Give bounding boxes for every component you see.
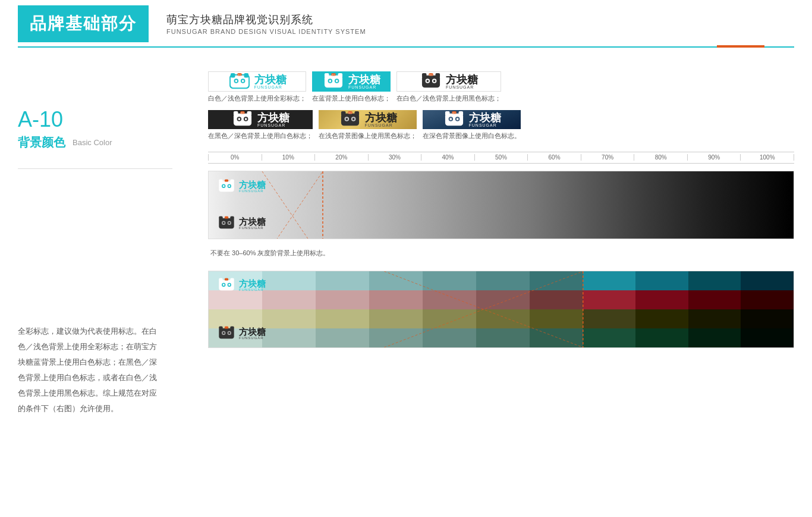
logo-white-on-scenic: 萌宝 方块糖 FUNSUGAR	[443, 110, 501, 129]
logo-card-2: 萌宝 方块糖 FUNSUGAR	[312, 71, 391, 92]
scale-90: 90%	[687, 154, 741, 161]
logo-black: 萌宝 方块糖 FUNSUGAR	[420, 72, 478, 91]
logo-cn-scenic: 方块糖	[469, 112, 501, 123]
scale-80: 80%	[634, 154, 687, 161]
svg-point-43	[352, 118, 354, 121]
img-caption-3: 在深色背景图像上使用白色标志。	[423, 131, 521, 140]
bottom-cards-row: 萌宝 方块糖 FUNSUGAR 在黑色／深色背景上使用白色标志；	[208, 110, 794, 140]
logo-icon-svg-yellow: 萌宝	[339, 110, 361, 129]
chart-logo-text-top: 方块糖 FUNSUGAR	[239, 180, 266, 193]
svg-point-24	[426, 80, 429, 82]
right-row-1	[583, 271, 794, 290]
svg-point-33	[238, 118, 240, 121]
img-card-1: 萌宝 方块糖 FUNSUGAR	[208, 110, 313, 129]
color-grid-logo-top: 方块糖 FUNSUGAR	[217, 277, 266, 293]
svg-rect-12	[338, 73, 343, 78]
svg-point-61	[228, 185, 230, 187]
svg-rect-30	[247, 111, 252, 116]
scale-40: 40%	[421, 154, 474, 161]
description: 全彩标志，建议做为代表使用标志。在白色／浅色背景上使用全彩标志；在萌宝方块糖蓝背…	[18, 324, 160, 416]
logo-cn-white: 方块糖	[348, 74, 380, 85]
svg-rect-84	[230, 326, 234, 330]
svg-point-68	[223, 222, 225, 224]
img-card-yellow: 萌宝 方块糖 FUNSUGAR 在浅色背景图像上使用黑色标志；	[319, 110, 417, 140]
card-white-black: 萌宝 方块糖 FUNSUGAR 在白色／浅色背景上使用黑色标志；	[396, 71, 501, 103]
right-row-4	[583, 328, 794, 347]
color-grid-text-bottom: 方块糖 FUNSUGAR	[239, 327, 266, 340]
logo-icon-svg-2: 萌宝	[322, 72, 345, 91]
svg-rect-11	[325, 73, 329, 78]
scale-20: 20%	[314, 154, 368, 161]
brand-title: 品牌基础部分	[30, 12, 137, 35]
logo-card-1: 萌宝 方块糖 FUNSUGAR	[208, 71, 306, 92]
logo-text-white: 方块糖 FUNSUGAR	[348, 74, 380, 89]
svg-rect-57	[230, 179, 234, 183]
logo-text-white-scenic: 方块糖 FUNSUGAR	[469, 112, 501, 127]
scale-row: 0% 10% 20% 30% 40% 50% 60% 70% 80% 90% 1…	[208, 152, 794, 164]
chart-icon-bottom	[217, 215, 236, 231]
chart-logo-text-bottom: 方块糖 FUNSUGAR	[239, 217, 266, 230]
svg-rect-89	[225, 326, 228, 328]
logo-white-on-dark: 萌宝 方块糖 FUNSUGAR	[231, 110, 289, 129]
svg-rect-62	[225, 179, 228, 181]
top-cards-row: 萌宝 方块糖 FUNSUGAR 白色／浅色背景上使用全彩标志；	[208, 71, 794, 103]
svg-rect-56	[219, 179, 222, 183]
page-title-cn: 背景颜色	[18, 134, 65, 151]
color-grid-text-top: 方块糖 FUNSUGAR	[239, 279, 266, 292]
card-blue-white: 萌宝 方块糖 FUNSUGAR 在蓝背景上使用白色标志；	[312, 71, 391, 103]
logo-icon-svg: 萌宝	[228, 72, 251, 91]
card-caption-1: 白色／浅色背景上使用全彩标志；	[208, 94, 306, 103]
svg-rect-75	[219, 278, 222, 281]
svg-point-87	[223, 332, 225, 334]
svg-rect-3	[244, 73, 248, 78]
svg-rect-76	[230, 278, 234, 281]
subtitle-en: FUNSUGAR BRAND DESIGN VISUAL IDENTITY SY…	[166, 28, 366, 35]
img-caption-2: 在浅色背景图像上使用黑色标志；	[319, 131, 417, 140]
subtitle-cn: 萌宝方块糖品牌视觉识别系统	[166, 12, 366, 27]
subtitle-area: 萌宝方块糖品牌视觉识别系统 FUNSUGAR BRAND DESIGN VISU…	[166, 12, 366, 35]
svg-point-7	[241, 80, 244, 82]
page-title-en: Basic Color	[73, 138, 112, 147]
scale-10: 10%	[262, 154, 315, 161]
card-white-color: 萌宝 方块糖 FUNSUGAR 白色／浅色背景上使用全彩标志；	[208, 71, 306, 103]
logo-color: 萌宝 方块糖 FUNSUGAR	[228, 72, 287, 91]
logo-card-3: 萌宝 方块糖 FUNSUGAR	[396, 71, 501, 92]
logo-text-black-yellow: 方块糖 FUNSUGAR	[365, 112, 397, 127]
logo-en-black: FUNSUGAR	[446, 85, 478, 89]
logo-cn: 方块糖	[254, 74, 287, 85]
card-caption-2: 在蓝背景上使用白色标志；	[312, 94, 391, 103]
logo-white: 萌宝 方块糖 FUNSUGAR	[322, 72, 380, 91]
svg-rect-70	[225, 216, 228, 218]
grayscale-chart: 方块糖 FUNSUGAR 方块糖 FUNSUGAR	[208, 171, 794, 239]
page-title-row: 背景颜色 Basic Color	[18, 134, 196, 151]
chart-icon-top	[217, 178, 236, 195]
img-caption-1: 在黑色／深色背景上使用白色标志；	[208, 131, 313, 140]
svg-rect-65	[230, 216, 234, 220]
chart-logo-bottom: 方块糖 FUNSUGAR	[217, 215, 266, 231]
svg-rect-64	[219, 216, 222, 220]
main: A-10 背景颜色 Basic Color 全彩标志，建议做为代表使用标志。在白…	[0, 48, 812, 517]
card-caption-3: 在白色／浅色背景上使用黑色标志；	[396, 94, 501, 103]
svg-point-69	[228, 222, 230, 224]
svg-rect-29	[234, 111, 238, 116]
color-right	[583, 271, 794, 347]
page-id: A-10	[18, 107, 196, 132]
svg-point-15	[329, 80, 331, 82]
right-panel: 萌宝 方块糖 FUNSUGAR 白色／浅色背景上使用全彩标志；	[208, 59, 794, 517]
header-line	[18, 46, 794, 48]
scale-60: 60%	[527, 154, 581, 161]
chart-logo-top: 方块糖 FUNSUGAR	[217, 178, 266, 195]
svg-point-79	[223, 284, 225, 286]
svg-rect-38	[341, 111, 345, 116]
logo-icon-svg-dark: 萌宝	[231, 110, 254, 129]
logo-en-scenic: FUNSUGAR	[469, 123, 501, 127]
svg-point-88	[228, 332, 230, 334]
img-card-dark: 萌宝 方块糖 FUNSUGAR 在黑色／深色背景上使用白色标志；	[208, 110, 313, 140]
logo-en: FUNSUGAR	[254, 85, 287, 89]
svg-point-16	[336, 80, 338, 82]
svg-point-52	[456, 118, 458, 121]
svg-text:萌宝: 萌宝	[348, 112, 352, 114]
logo-cn-yellow: 方块糖	[365, 112, 397, 123]
svg-point-25	[433, 80, 436, 82]
svg-text:萌宝: 萌宝	[238, 74, 241, 76]
